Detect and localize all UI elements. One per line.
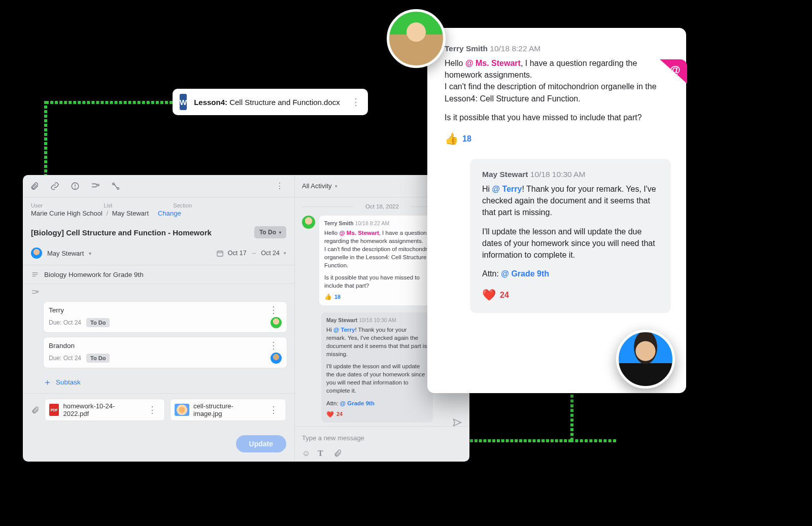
document-chip-label: Lesson4: Cell Structure and Function.doc… xyxy=(194,98,340,107)
chat-reply: May Stewart 10/18 10:30 AM Hi @ Terry! T… xyxy=(470,159,671,313)
task-left-pane: ⋮ User List Section Marie Curie High Sch… xyxy=(23,175,295,462)
crumb-user[interactable]: Marie Curie High School xyxy=(31,209,103,217)
subtask-status[interactable]: To Do xyxy=(86,318,110,327)
svg-point-13 xyxy=(37,291,38,292)
attach-icon[interactable] xyxy=(30,182,39,191)
image-thumbnail-icon xyxy=(175,404,190,416)
task-toolbar: ⋮ xyxy=(23,175,294,197)
svg-text:@: @ xyxy=(669,63,680,76)
mention-link[interactable]: @ Ms. Stewart xyxy=(465,59,521,67)
mention-link[interactable]: @ Terry xyxy=(492,185,522,193)
crumb-list[interactable]: May Stewart xyxy=(112,209,149,217)
date-range-picker[interactable]: Oct 17 → Oct 24 ▾ xyxy=(216,250,286,257)
task-title[interactable]: [Biology] Cell Structure and Function - … xyxy=(31,228,249,237)
subtask-menu[interactable]: ⋮ xyxy=(265,341,282,349)
subtask-list: Terry ⋮ Due: Oct 24 To Do Brandon ⋮ Due:… xyxy=(23,284,294,393)
subtask-menu[interactable]: ⋮ xyxy=(265,306,282,314)
connector-line xyxy=(46,101,173,104)
pdf-file-icon: PDF xyxy=(49,404,59,416)
chat-message-meta: Terry Smith 10/18 8:22 AM xyxy=(445,44,671,53)
attachment-menu[interactable]: ⋮ xyxy=(265,406,282,414)
avatar-terry-large xyxy=(387,9,446,68)
section-title: Biology Homework for Grade 9th xyxy=(44,271,144,278)
subtask-item[interactable]: Terry ⋮ Due: Oct 24 To Do xyxy=(43,301,287,333)
attach-icon[interactable] xyxy=(31,406,40,414)
task-more-menu[interactable]: ⋮ xyxy=(272,182,287,190)
subtask-status[interactable]: To Do xyxy=(86,354,110,363)
owner-menu[interactable]: ▾ xyxy=(89,251,91,256)
owner-avatar[interactable] xyxy=(31,248,42,259)
connector-line xyxy=(570,439,616,442)
word-file-icon: W xyxy=(180,94,187,110)
priority-icon[interactable] xyxy=(71,182,80,191)
chat-message-meta: May Stewart 10/18 10:30 AM xyxy=(482,170,659,179)
svg-point-4 xyxy=(113,183,115,185)
subtask-header-icon xyxy=(31,289,39,297)
attachment-row: PDF homework-10-24-2022.pdf ⋮ cell-struc… xyxy=(23,393,294,426)
reaction-heart[interactable]: ❤️24 xyxy=(482,289,659,302)
subtask-icon[interactable] xyxy=(91,182,100,191)
crumb-label-section: Section xyxy=(173,202,192,208)
mention-link[interactable]: @ Grade 9th xyxy=(501,269,549,278)
svg-point-5 xyxy=(117,187,119,189)
document-chip[interactable]: W Lesson4: Cell Structure and Function.d… xyxy=(173,89,368,115)
link-icon[interactable] xyxy=(50,182,59,191)
chat-message-body: Hi @ Terry! Thank you for your remark. Y… xyxy=(482,183,659,279)
task-status-select[interactable]: To Do▾ xyxy=(254,226,286,238)
send-button[interactable] xyxy=(452,417,462,430)
text-format-icon[interactable]: T xyxy=(318,449,326,458)
connector-line xyxy=(44,101,47,177)
dependency-icon[interactable] xyxy=(111,182,120,191)
attachment-menu[interactable]: ⋮ xyxy=(144,406,160,414)
add-subtask-button[interactable]: ＋Subtask xyxy=(43,372,294,393)
attach-icon[interactable] xyxy=(333,449,342,458)
mention-badge-icon: @ xyxy=(660,59,687,84)
subtask-assignee-avatar[interactable] xyxy=(270,353,282,364)
subtask-assignee-avatar[interactable] xyxy=(270,317,282,328)
reaction-like[interactable]: 👍18 xyxy=(445,132,671,146)
svg-point-2 xyxy=(75,188,76,188)
message-composer: ☺ T xyxy=(295,426,469,462)
avatar-may-large xyxy=(616,330,675,389)
document-chip-menu[interactable]: ⋮ xyxy=(347,98,364,106)
crumb-change-section[interactable]: Change xyxy=(158,209,181,217)
update-button[interactable]: Update xyxy=(236,435,286,452)
crumb-label-user: User xyxy=(31,202,43,208)
breadcrumb: User List Section Marie Curie High Schoo… xyxy=(23,197,294,217)
svg-point-3 xyxy=(97,184,99,186)
task-panel: ⋮ User List Section Marie Curie High Sch… xyxy=(23,175,469,462)
message-input[interactable] xyxy=(302,434,452,442)
connector-line xyxy=(570,395,573,441)
reaction-like[interactable]: 👍18 xyxy=(324,293,438,301)
chat-message-body: Hello @ Ms. Stewart, I have a question r… xyxy=(445,57,671,123)
crumb-label-list: List xyxy=(104,202,112,208)
subtask-item[interactable]: Brandon ⋮ Due: Oct 24 To Do xyxy=(43,337,287,368)
emoji-icon[interactable]: ☺ xyxy=(302,449,311,458)
message-avatar xyxy=(302,216,315,229)
connector-line xyxy=(470,439,571,442)
attachment-chip[interactable]: cell-structure-image.jpg ⋮ xyxy=(170,399,286,421)
attachment-chip[interactable]: PDF homework-10-24-2022.pdf ⋮ xyxy=(45,399,165,421)
owner-name: May Stewart xyxy=(47,250,84,257)
reaction-heart[interactable]: ❤️24 xyxy=(326,410,428,419)
section-row[interactable]: Biology Homework for Grade 9th xyxy=(23,265,294,284)
svg-rect-6 xyxy=(217,251,223,256)
